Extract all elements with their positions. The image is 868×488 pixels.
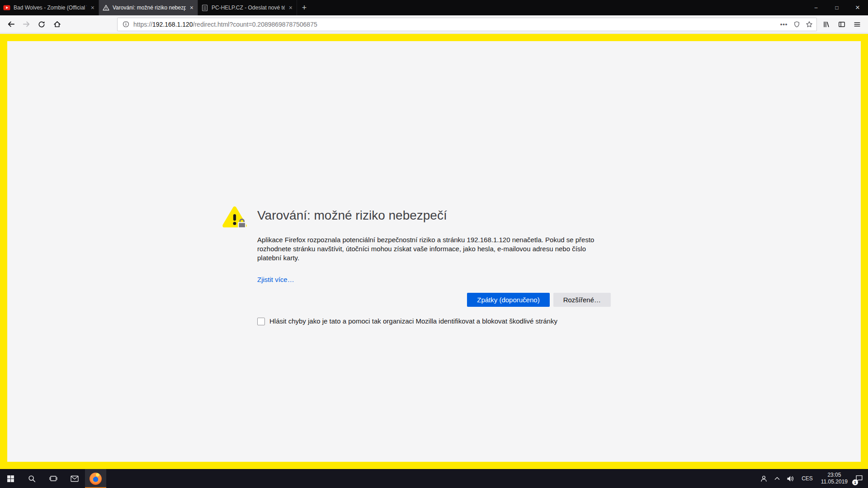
report-error-row: Hlásit chyby jako je tato a pomoci tak o… (257, 317, 611, 325)
report-errors-checkbox[interactable] (257, 318, 265, 325)
error-content: Varování: možné riziko nebezpečí Aplikac… (257, 208, 611, 325)
page-title: Varování: možné riziko nebezpečí (257, 208, 611, 223)
tab-title: Bad Wolves - Zombie (Official V (14, 5, 87, 11)
tab-title: PC-HELP.CZ - Odeslat nové té (212, 5, 285, 11)
action-center-icon[interactable]: 1 (852, 469, 868, 488)
shield-icon[interactable] (790, 19, 803, 30)
start-button[interactable] (0, 469, 21, 488)
sidebar-icon[interactable] (834, 18, 849, 31)
reload-button[interactable] (34, 18, 49, 31)
window-controls: – □ × (806, 0, 868, 15)
clock-time: 23:05 (821, 472, 848, 479)
youtube-icon (3, 4, 10, 11)
notification-badge: 1 (852, 479, 858, 485)
tab-title: Varování: možné riziko nebezpe (113, 5, 186, 11)
language-indicator[interactable]: CES (797, 469, 817, 488)
close-window-button[interactable]: × (847, 0, 868, 15)
windows-taskbar: CES 23:05 11.05.2019 1 (0, 469, 868, 488)
tab-close-icon[interactable]: × (90, 4, 95, 11)
forward-button[interactable] (19, 18, 34, 31)
learn-more-link[interactable]: Zjistit více… (257, 276, 294, 283)
url-text[interactable]: https://192.168.1.120/redirect.html?coun… (133, 21, 778, 28)
menu-hamburger-icon[interactable] (849, 18, 865, 31)
navigation-toolbar: https://192.168.1.120/redirect.html?coun… (0, 15, 868, 33)
bookmark-star-icon[interactable] (803, 19, 816, 30)
tab-close-icon[interactable]: × (189, 4, 194, 11)
tab-cert-warning[interactable]: Varování: možné riziko nebezpe × (99, 0, 198, 15)
report-errors-label: Hlásit chyby jako je tato a pomoci tak o… (269, 317, 557, 325)
back-button[interactable] (3, 18, 19, 31)
maximize-button[interactable]: □ (826, 0, 847, 15)
advanced-button[interactable]: Rozšířené… (553, 293, 611, 307)
volume-icon[interactable] (783, 469, 797, 488)
tab-youtube[interactable]: Bad Wolves - Zombie (Official V × (0, 0, 99, 15)
url-protocol: https:// (133, 21, 152, 28)
warning-triangle-icon (222, 205, 247, 230)
system-tray: CES 23:05 11.05.2019 1 (757, 469, 868, 488)
search-icon[interactable] (21, 469, 42, 488)
url-host: 192.168.1.120 (152, 21, 193, 28)
info-icon[interactable] (122, 19, 129, 30)
warning-yellow-border: Varování: možné riziko nebezpečí Aplikac… (0, 34, 868, 469)
tab-pchelp[interactable]: PC-HELP.CZ - Odeslat nové té × (198, 0, 297, 15)
warning-icon (102, 4, 109, 11)
url-path: /redirect.html?count=0.20898698787506875 (193, 21, 317, 28)
clock[interactable]: 23:05 11.05.2019 (817, 469, 852, 488)
tab-close-icon[interactable]: × (288, 4, 293, 11)
error-description: Aplikace Firefox rozpoznala potenciální … (257, 235, 611, 262)
home-button[interactable] (49, 18, 65, 31)
titlebar-drag-space (311, 0, 806, 15)
minimize-button[interactable]: – (806, 0, 826, 15)
firefox-icon (90, 473, 102, 485)
library-icon[interactable] (819, 18, 834, 31)
task-view-icon[interactable] (42, 469, 64, 488)
firefox-taskbar-button[interactable] (85, 469, 106, 488)
clock-date: 11.05.2019 (821, 479, 848, 485)
page-actions-icon[interactable]: ••• (778, 19, 790, 30)
new-tab-button[interactable]: + (297, 0, 311, 15)
browser-titlebar: Bad Wolves - Zombie (Official V × Varová… (0, 0, 868, 15)
go-back-button[interactable]: Zpátky (doporučeno) (467, 293, 549, 307)
show-hidden-icons-chevron[interactable] (771, 469, 783, 488)
address-bar[interactable]: https://192.168.1.120/redirect.html?coun… (117, 18, 817, 31)
people-icon[interactable] (757, 469, 771, 488)
mail-icon[interactable] (64, 469, 85, 488)
cert-error-page: Varování: možné riziko nebezpečí Aplikac… (7, 41, 861, 462)
page-icon (201, 4, 208, 11)
button-row: Zpátky (doporučeno) Rozšířené… (257, 293, 611, 307)
